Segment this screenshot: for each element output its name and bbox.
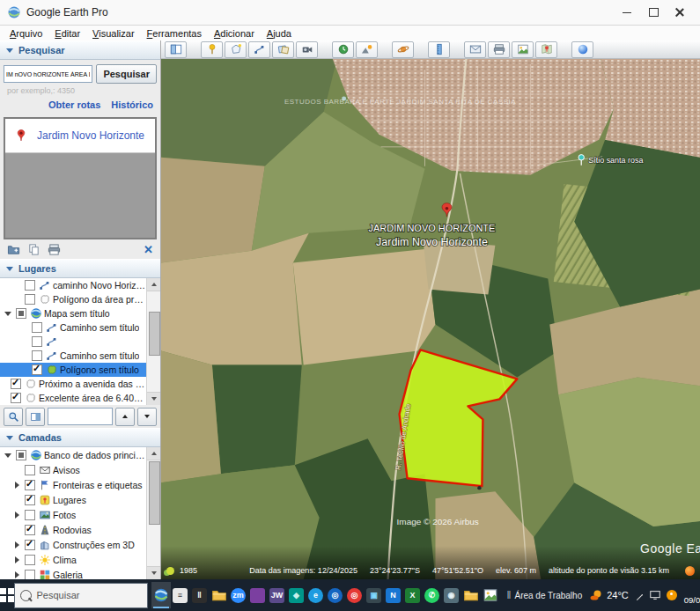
checkbox[interactable] bbox=[25, 570, 35, 580]
menu-item-ajuda[interactable]: Ajuda bbox=[261, 27, 298, 40]
whatsapp-taskbar-icon[interactable]: ✆ bbox=[423, 582, 442, 608]
add-polygon-button[interactable] bbox=[225, 41, 247, 58]
search-result-item[interactable]: Jardim Novo Horizonte bbox=[5, 119, 155, 153]
checkbox[interactable] bbox=[25, 555, 35, 565]
checkbox[interactable] bbox=[32, 350, 42, 361]
clear-results-button[interactable]: ✕ bbox=[144, 244, 153, 255]
expander-icon[interactable] bbox=[2, 449, 14, 461]
checkbox[interactable] bbox=[25, 294, 35, 305]
app-blue-n-taskbar-icon[interactable]: N bbox=[384, 582, 403, 608]
zoom-taskbar-icon[interactable]: zm bbox=[229, 582, 248, 608]
checkbox[interactable] bbox=[32, 322, 42, 333]
desktop-toolbar-label[interactable]: Área de Trabalho bbox=[514, 591, 582, 600]
tree-item[interactable]: Lugares bbox=[0, 492, 160, 507]
jw-library-taskbar-icon[interactable]: JW bbox=[268, 582, 287, 608]
tree-item[interactable]: Caminho sem título bbox=[0, 349, 160, 363]
history-link[interactable]: Histórico bbox=[111, 99, 153, 110]
move-down-button[interactable] bbox=[137, 408, 157, 426]
print-button[interactable] bbox=[488, 41, 510, 58]
expander-icon[interactable] bbox=[11, 509, 23, 521]
tree-item[interactable]: Polígono sem título bbox=[0, 363, 160, 377]
tree-item[interactable]: Excelente área de 6.400 m² no centro bbox=[0, 391, 160, 405]
photos-app-taskbar-icon[interactable] bbox=[481, 582, 500, 608]
tree-item[interactable]: Construções em 3D bbox=[0, 537, 160, 552]
save-image-button[interactable] bbox=[512, 41, 534, 58]
add-image-overlay-button[interactable] bbox=[272, 41, 294, 58]
start-button[interactable] bbox=[0, 579, 14, 611]
weather-widget[interactable]: 24°C bbox=[589, 588, 629, 602]
layers-scrollbar[interactable] bbox=[146, 447, 160, 579]
add-placemark-button[interactable] bbox=[201, 41, 223, 58]
app-red-ring-taskbar-icon[interactable]: ◎ bbox=[345, 582, 365, 608]
app-dark-taskbar-icon[interactable]: ▣ bbox=[365, 582, 384, 608]
file-explorer-taskbar-icon[interactable] bbox=[461, 582, 481, 608]
taskbar-clock[interactable]: 22:11 09/01/2026 bbox=[684, 585, 700, 606]
checkbox[interactable] bbox=[25, 280, 35, 291]
tree-item[interactable]: Clima bbox=[0, 552, 160, 567]
checkbox[interactable] bbox=[32, 336, 42, 347]
tree-item[interactable]: Caminho sem título bbox=[0, 320, 160, 335]
menu-item-visualizar[interactable]: Visualizar bbox=[86, 27, 141, 40]
menu-item-adicionar[interactable]: Adicionar bbox=[208, 27, 261, 40]
app-teal-taskbar-icon[interactable]: ◆ bbox=[287, 582, 306, 608]
move-up-button[interactable] bbox=[115, 408, 135, 426]
map-view[interactable]: ESTUDOS BARBARA E PARTE JARDIM SANTA RIT… bbox=[161, 59, 700, 579]
app-green-x-taskbar-icon[interactable]: X bbox=[403, 582, 423, 608]
display-tray-icon[interactable] bbox=[649, 589, 661, 601]
add-path-button[interactable] bbox=[248, 41, 270, 58]
edge-browser-taskbar-icon[interactable]: e bbox=[306, 582, 326, 608]
checkbox[interactable] bbox=[25, 540, 35, 550]
app-bars-taskbar-icon[interactable]: ‖ bbox=[190, 582, 210, 608]
menu-item-ferramentas[interactable]: Ferramentas bbox=[141, 27, 208, 40]
taskbar-search[interactable]: Pesquisar bbox=[14, 583, 148, 608]
ruler-button[interactable] bbox=[428, 41, 450, 58]
save-to-places-icon[interactable] bbox=[7, 243, 20, 256]
record-tour-button[interactable] bbox=[296, 41, 318, 58]
expander-icon[interactable] bbox=[11, 539, 23, 551]
search-button[interactable]: Pesquisar bbox=[96, 64, 157, 84]
app-folder-taskbar-icon[interactable] bbox=[210, 582, 229, 608]
google-earth-taskbar-icon[interactable] bbox=[151, 582, 171, 608]
email-button[interactable] bbox=[464, 41, 486, 58]
tree-item[interactable]: Próximo a avenida das mangueiras bbox=[0, 377, 160, 391]
checkbox[interactable] bbox=[25, 480, 35, 490]
tree-item[interactable]: Avisos bbox=[0, 462, 160, 477]
get-directions-link[interactable]: Obter rotas bbox=[48, 99, 100, 110]
view-in-maps-button[interactable] bbox=[535, 41, 557, 58]
places-filter-input[interactable] bbox=[48, 408, 113, 425]
checkbox[interactable] bbox=[16, 308, 26, 319]
maximize-button[interactable] bbox=[640, 3, 667, 22]
app-blue-ring-taskbar-icon[interactable]: ◎ bbox=[326, 582, 345, 608]
app-purple-taskbar-icon[interactable] bbox=[248, 582, 268, 608]
streetview-pegman-icon[interactable] bbox=[685, 566, 695, 576]
expander-icon[interactable] bbox=[11, 569, 23, 580]
menu-item-arquivo[interactable]: Arquivo bbox=[4, 27, 48, 40]
checkbox[interactable] bbox=[25, 525, 35, 535]
checkbox[interactable] bbox=[11, 393, 21, 403]
expander-icon[interactable] bbox=[11, 554, 23, 566]
search-panel-header[interactable]: Pesquisar bbox=[0, 40, 160, 60]
places-panel-toggle-button[interactable] bbox=[26, 408, 45, 426]
print-icon[interactable] bbox=[48, 243, 61, 256]
tree-item[interactable]: Polígono da área proximo ao Novo H… bbox=[0, 292, 160, 306]
planets-button[interactable] bbox=[392, 41, 414, 58]
checkbox[interactable] bbox=[25, 510, 35, 520]
checkbox[interactable] bbox=[16, 450, 26, 460]
historical-imagery-icon[interactable] bbox=[166, 567, 174, 575]
checkbox[interactable] bbox=[25, 495, 35, 505]
minimize-button[interactable] bbox=[614, 3, 640, 22]
places-search-button[interactable] bbox=[4, 408, 23, 426]
checkbox[interactable] bbox=[25, 465, 35, 475]
places-scrollbar[interactable] bbox=[146, 278, 160, 405]
historical-imagery-button[interactable] bbox=[332, 41, 354, 58]
camera-app-taskbar-icon[interactable]: ◉ bbox=[442, 582, 461, 608]
sunlight-button[interactable] bbox=[356, 41, 378, 58]
earth-sky-button[interactable] bbox=[571, 41, 593, 58]
expander-icon[interactable] bbox=[2, 307, 14, 320]
tree-item[interactable]: Fronteiras e etiquetas bbox=[0, 477, 160, 492]
expander-icon[interactable] bbox=[11, 479, 23, 491]
layers-panel-header[interactable]: Camadas bbox=[0, 428, 160, 447]
tree-item[interactable]: caminho Novo Horizonte bbox=[0, 278, 160, 292]
tree-item[interactable]: Mapa sem título bbox=[0, 306, 160, 320]
tray-chevron-icon[interactable] bbox=[637, 593, 643, 600]
